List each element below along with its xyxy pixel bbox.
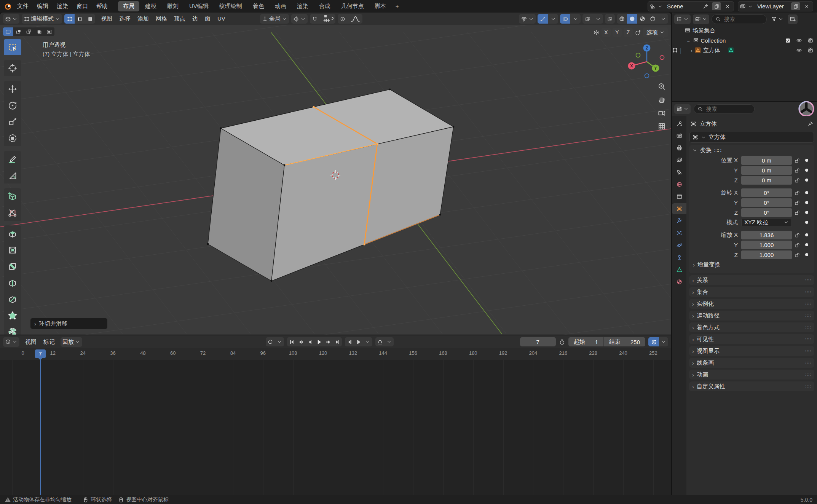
tool-extrude-region[interactable] xyxy=(4,225,21,242)
jump-to-end-button[interactable] xyxy=(333,337,342,346)
tool-inset-faces[interactable] xyxy=(4,242,21,258)
mirror-icon[interactable] xyxy=(593,29,600,36)
end-frame-field[interactable]: 结束 250 xyxy=(604,338,645,346)
panel-可见性[interactable]: ›可见性∷∷ xyxy=(689,334,814,344)
viewport-menu-item[interactable]: 面 xyxy=(201,14,214,24)
object-name-field[interactable]: 立方体 xyxy=(689,132,814,143)
workspace-tab[interactable]: 布局 xyxy=(118,1,139,11)
panel-drag-handle[interactable]: ∷∷ xyxy=(805,290,811,295)
viewport-menu-item[interactable]: 添加 xyxy=(134,14,152,24)
blender-logo-icon[interactable] xyxy=(4,2,12,11)
location-z-field[interactable]: 0 m xyxy=(741,176,792,185)
panel-drag-handle[interactable]: ∷∷ xyxy=(805,325,811,330)
visibility-dropdown[interactable] xyxy=(519,14,536,24)
tool-spin[interactable] xyxy=(4,324,21,335)
outliner-row[interactable]: ⌄Collection xyxy=(672,35,817,45)
panel-线条画[interactable]: ›线条画∷∷ xyxy=(689,358,814,368)
rotation-x-field[interactable]: 0° xyxy=(741,188,792,197)
workspace-tab[interactable]: 着色 xyxy=(248,1,269,11)
play-button[interactable] xyxy=(314,337,324,346)
panel-关系[interactable]: ›关系∷∷ xyxy=(689,275,814,285)
properties-tab-object[interactable] xyxy=(672,203,686,214)
scene-selector[interactable]: Scene xyxy=(648,1,734,11)
panel-运动路径[interactable]: ›运动路径∷∷ xyxy=(689,311,814,321)
pin-icon[interactable] xyxy=(807,121,813,127)
properties-tab-tool[interactable] xyxy=(672,118,686,129)
duplicate-icon[interactable] xyxy=(712,2,721,10)
panel-着色方式[interactable]: ›着色方式∷∷ xyxy=(689,322,814,332)
animate-dot[interactable] xyxy=(805,211,808,214)
tool-add-cube[interactable] xyxy=(4,188,21,204)
frame-step-dropdown[interactable] xyxy=(363,337,372,346)
outliner-search-input[interactable] xyxy=(723,16,763,22)
chevron-down-icon[interactable] xyxy=(657,4,663,9)
keying-dropdown[interactable] xyxy=(275,337,284,346)
filter-dropdown[interactable] xyxy=(769,14,785,24)
lock-icon[interactable] xyxy=(794,252,800,258)
properties-search-input[interactable] xyxy=(705,105,745,112)
next-keyframe-button[interactable] xyxy=(324,337,333,346)
lock-icon[interactable] xyxy=(794,242,800,248)
viewport-menu-item[interactable]: 选择 xyxy=(116,14,134,24)
overlays-dropdown[interactable] xyxy=(570,14,581,24)
timeline-editor-type-button[interactable] xyxy=(3,337,19,347)
options-dropdown[interactable]: 选项 xyxy=(643,27,668,37)
playback-dropdown[interactable]: 回放 xyxy=(61,337,82,347)
duplicate-icon[interactable] xyxy=(791,2,800,10)
outliner-display-mode-button[interactable] xyxy=(693,14,709,24)
workspace-tab[interactable]: 合成 xyxy=(314,1,335,11)
properties-tab-render[interactable] xyxy=(672,130,686,141)
add-workspace-button[interactable]: + xyxy=(392,2,403,10)
timeline-menu-item[interactable]: 视图 xyxy=(22,337,40,347)
lock-icon[interactable] xyxy=(794,200,800,206)
animate-dot[interactable] xyxy=(805,253,808,256)
playhead[interactable] xyxy=(40,360,41,495)
tool-tweak-select-box[interactable] xyxy=(4,39,21,55)
animate-dot[interactable] xyxy=(805,169,808,172)
auto-key-toggle[interactable] xyxy=(266,337,275,346)
animate-dot[interactable] xyxy=(805,179,808,182)
panel-drag-handle[interactable]: ∷∷ xyxy=(805,384,811,389)
expand-chevron[interactable]: › xyxy=(691,47,693,54)
properties-search[interactable] xyxy=(694,104,755,114)
animate-dot[interactable] xyxy=(805,159,808,162)
tool-poly-build[interactable] xyxy=(4,307,21,324)
workspace-tab[interactable]: 动画 xyxy=(270,1,291,11)
snap-settings-dropdown[interactable] xyxy=(320,14,335,24)
collapse-chevron[interactable]: ⌄ xyxy=(686,37,691,44)
viewport-menu-item[interactable]: 边 xyxy=(189,14,201,24)
tool-transform[interactable] xyxy=(4,130,21,146)
outliner-item-label[interactable]: 立方体 xyxy=(703,47,720,54)
animate-dot[interactable] xyxy=(805,191,808,194)
workspace-tab[interactable]: 几何节点 xyxy=(336,1,369,11)
loop-dropdown[interactable] xyxy=(385,337,394,346)
previous-frame-button[interactable] xyxy=(345,337,354,346)
sync-dropdown[interactable] xyxy=(659,337,668,346)
play-reverse-button[interactable] xyxy=(305,337,314,346)
pivot-dropdown[interactable] xyxy=(291,14,308,24)
new-collection-button[interactable] xyxy=(788,14,798,24)
outliner-row[interactable]: |›立方体 xyxy=(672,45,817,55)
panel-drag-handle[interactable]: ∷∷ xyxy=(805,360,811,365)
properties-tab-scene[interactable] xyxy=(672,167,686,178)
viewport-menu-item[interactable]: 网格 xyxy=(152,14,171,24)
zoom-icon[interactable] xyxy=(657,82,666,91)
lock-icon[interactable] xyxy=(794,210,800,215)
panel-drag-handle[interactable]: ∷∷ xyxy=(805,337,811,342)
viewport-3d[interactable]: ZXY 用户透视 (7) 立方体 | 立方体 X Y Z 选项 xyxy=(0,25,671,335)
playhead-frame-badge[interactable]: 7 xyxy=(35,349,46,358)
viewlayer-name[interactable]: ViewLayer xyxy=(755,3,789,10)
topbar-menu-item[interactable]: 窗口 xyxy=(72,2,92,11)
current-frame-field[interactable]: 7 xyxy=(520,337,556,346)
camera-toggle[interactable] xyxy=(807,37,814,43)
shading-dropdown[interactable] xyxy=(658,14,668,24)
topbar-menu-item[interactable]: 帮助 xyxy=(92,2,112,11)
outliner-row[interactable]: 场景集合 xyxy=(672,26,817,35)
xray-icon[interactable] xyxy=(582,14,593,24)
properties-tab-collection[interactable] xyxy=(672,191,686,202)
next-frame-button[interactable] xyxy=(354,337,363,346)
xray-dropdown[interactable] xyxy=(593,14,603,24)
jump-to-start-button[interactable] xyxy=(287,337,296,346)
select-invert-button[interactable] xyxy=(34,27,44,36)
properties-tab-material[interactable] xyxy=(672,276,686,287)
